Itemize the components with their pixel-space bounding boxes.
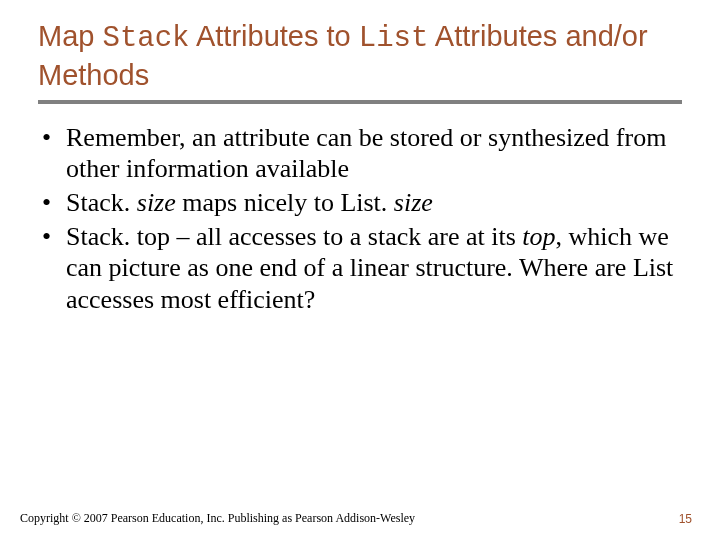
text-run: Stack.	[66, 188, 137, 217]
bullet-list: Remember, an attribute can be stored or …	[38, 122, 682, 316]
title-text-run: Attributes to	[190, 20, 359, 52]
text-run: maps nicely to List.	[176, 188, 394, 217]
text-run: Remember, an attribute can be stored or …	[66, 123, 666, 184]
list-item: Remember, an attribute can be stored or …	[38, 122, 682, 185]
list-item: Stack. top – all accesses to a stack are…	[38, 221, 682, 316]
title-code-run: List	[359, 22, 429, 55]
italic-run: size	[137, 188, 176, 217]
italic-run: size	[394, 188, 433, 217]
text-run: Stack. top – all accesses to a stack are…	[66, 222, 522, 251]
italic-run: top	[522, 222, 555, 251]
slide: Map Stack Attributes to List Attributes …	[0, 0, 720, 540]
list-item: Stack. size maps nicely to List. size	[38, 187, 682, 219]
title-text-run: Map	[38, 20, 102, 52]
page-number: 15	[679, 512, 692, 526]
title-code-run: Stack	[102, 22, 189, 55]
slide-title: Map Stack Attributes to List Attributes …	[38, 18, 682, 94]
copyright-footer: Copyright © 2007 Pearson Education, Inc.…	[20, 511, 415, 526]
title-underline	[38, 100, 682, 104]
